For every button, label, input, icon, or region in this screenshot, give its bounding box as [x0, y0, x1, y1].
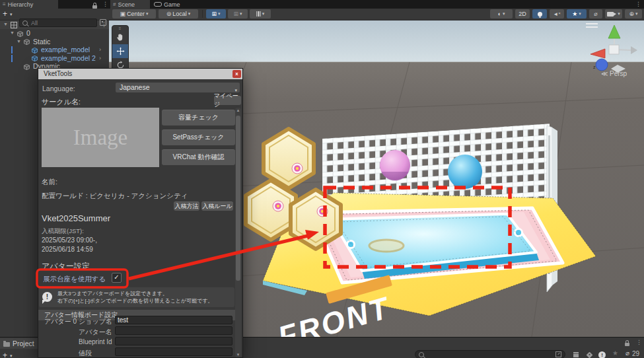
prefab-open-chevron-icon[interactable]: › [99, 46, 101, 54]
scene-icon: # [113, 1, 116, 7]
shop-name-field[interactable] [115, 316, 233, 324]
deadline-from: 2025/05/23 09:00-, [42, 236, 97, 244]
hierarchy-item-label: example_model [41, 46, 90, 54]
2d-mode-button[interactable]: 2D [515, 9, 530, 18]
scene-audio-button[interactable]: ◄× [550, 9, 564, 18]
handle-space-button[interactable]: ⊚ Local ▾ [159, 9, 198, 18]
effects-dropdown-icon: ▾ [579, 11, 581, 17]
hierarchy-add-dropdown-icon[interactable]: ▾ [10, 12, 13, 17]
hierarchy-picker-icon[interactable] [100, 19, 106, 27]
window-close-button[interactable]: x [233, 70, 241, 78]
hierarchy-row[interactable]: ▼ 0 [0, 29, 109, 38]
grid-snap-dropdown-icon: ▾ [218, 11, 221, 17]
tag-icon[interactable] [587, 351, 592, 358]
submit-rule-button[interactable]: 入稿ルール [201, 201, 233, 211]
shading-mode-button[interactable]: ◐ ▾ [490, 9, 513, 18]
move-tool-button[interactable] [112, 44, 128, 58]
hierarchy-search-input[interactable] [30, 19, 94, 27]
scene-panel-menu-icon[interactable]: ⋮ [635, 1, 641, 8]
persp-label[interactable]: Persp [610, 70, 627, 77]
scroll-up-icon[interactable]: ▲ [235, 108, 241, 112]
board-field-label: Blueprint Id [79, 338, 112, 345]
language-label: Language: [42, 85, 75, 92]
pedestal-toggle-label: 展示台座を使用する [43, 275, 106, 284]
scene-camera-button[interactable]: ▾ [605, 9, 622, 18]
grid-snap-button[interactable]: ⊞ ▾ [206, 9, 226, 18]
move-icon [116, 47, 125, 55]
scene-effects-button[interactable]: ★ ▾ [567, 9, 587, 18]
hierarchy-item-label: Static [33, 38, 50, 46]
scene-sky [109, 20, 644, 62]
tab-scene-label: Scene [118, 1, 135, 8]
gizmo-sphere-icon: ⊕ [629, 11, 634, 17]
foldout-icon[interactable]: ▼ [3, 20, 8, 29]
window-title-bar[interactable]: VketTools [38, 69, 242, 79]
overlay-drag-handle[interactable]: ≡ [112, 26, 128, 30]
hierarchy-menu-icon[interactable]: ⋮ [102, 1, 108, 8]
hierarchy-row[interactable]: ▼ Static [0, 38, 109, 46]
window-scrollbar[interactable]: ▲ ▼ [235, 108, 241, 357]
project-search-input[interactable] [427, 351, 553, 358]
globe-icon: ⊚ [166, 11, 172, 17]
foldout-icon[interactable]: ▼ [17, 38, 21, 46]
hierarchy-item-label: example_model 2 [41, 54, 96, 63]
vrchat-check-button[interactable]: VRChat 動作確認 [162, 149, 235, 165]
favorites-star-icon[interactable]: ★ [612, 349, 618, 357]
pedestal-checkbox[interactable]: ✓ [112, 273, 122, 283]
hierarchy-item-label: 0 [26, 29, 30, 38]
project-menu-icon[interactable]: ⋮ [636, 339, 642, 346]
scene-lighting-button[interactable] [532, 9, 547, 18]
open-in-new-icon[interactable] [555, 351, 561, 357]
toolbar-row: + ▾ ▣ Center ▾ ⊚ Local ▾ ⊞ ▾ ⊞ ▾ ▾ ◐ ▾ 2… [0, 9, 644, 20]
price-field[interactable] [115, 347, 233, 356]
blue-sphere-model[interactable] [448, 155, 482, 189]
project-add-dropdown-icon[interactable]: ▾ [10, 353, 13, 358]
hierarchy-add-button[interactable]: + [3, 9, 7, 18]
tab-scene[interactable]: # Scene [110, 0, 150, 9]
tab-game[interactable]: Game [151, 0, 192, 9]
hand-tool-button[interactable] [112, 30, 128, 44]
mypage-button[interactable]: マイページ [214, 96, 241, 105]
capacity-check-button[interactable]: 容量チェック [162, 110, 235, 125]
increment-snap-button[interactable]: ⊞ ▾ [228, 9, 248, 18]
scene-visibility-button[interactable]: ⌀ [589, 9, 602, 18]
prefab-open-chevron-icon[interactable]: › [99, 54, 101, 63]
hex-board-3[interactable] [291, 190, 341, 249]
space-dropdown-icon: ▾ [188, 11, 191, 17]
hierarchy-row-model[interactable]: example_model › [0, 46, 109, 54]
image-placeholder-label: Image [73, 125, 127, 150]
submit-method-button[interactable]: 入稿方法 [174, 201, 199, 211]
increment-snap-dropdown-icon: ▾ [240, 11, 242, 17]
blueprint-id-field[interactable] [115, 337, 233, 345]
package-icon[interactable] [573, 351, 579, 358]
hidden-count: 29 [632, 350, 639, 357]
hierarchy-search-box[interactable] [19, 18, 97, 27]
language-dropdown[interactable]: Japanese ▾ [116, 83, 240, 92]
grid-icon: ⊞ [211, 11, 217, 17]
hidden-count-icon[interactable]: ⌀ [626, 349, 629, 357]
scrollbar-thumb[interactable] [236, 116, 240, 281]
board-field-label: ショップ名 [79, 317, 112, 326]
hierarchy-row-model[interactable]: example_model 2 › [0, 54, 109, 63]
scroll-down-icon[interactable]: ▼ [235, 353, 241, 357]
gizmo-z-axis[interactable] [596, 59, 608, 71]
pivot-dropdown-icon: ▾ [146, 11, 149, 17]
gizmos-button[interactable]: ⊕ ▾ [625, 9, 642, 18]
foldout-icon[interactable]: ▼ [10, 29, 15, 38]
info-line-2: 右下の[+]と[-]ボタンでボードの数を切り替えることが可能です。 [57, 297, 213, 304]
panel-divider [109, 0, 110, 9]
project-lock-icon[interactable] [625, 340, 629, 347]
hex-board-2[interactable] [246, 180, 296, 240]
persp-chevron-icon[interactable]: ≪ [601, 70, 608, 77]
project-search-box[interactable] [415, 350, 565, 358]
camera-dropdown-icon: ▾ [618, 11, 620, 17]
setpass-check-button[interactable]: SetPassチェック [162, 129, 235, 145]
project-add-button[interactable]: + [3, 351, 7, 358]
pivot-icon: ▣ [120, 11, 125, 17]
pivot-mode-button[interactable]: ▣ Center ▾ [112, 9, 156, 18]
info-box: ! 最大3つまでアバターボードを設定できます。 右下の[+]と[-]ボタンでボー… [39, 287, 234, 307]
tool-snapping-button[interactable]: ▾ [250, 9, 271, 18]
avatar-name-field[interactable] [115, 326, 233, 335]
warning-icon[interactable]: ! [598, 350, 606, 358]
tab-hierarchy[interactable]: ≡ Hierarchy [0, 0, 58, 9]
